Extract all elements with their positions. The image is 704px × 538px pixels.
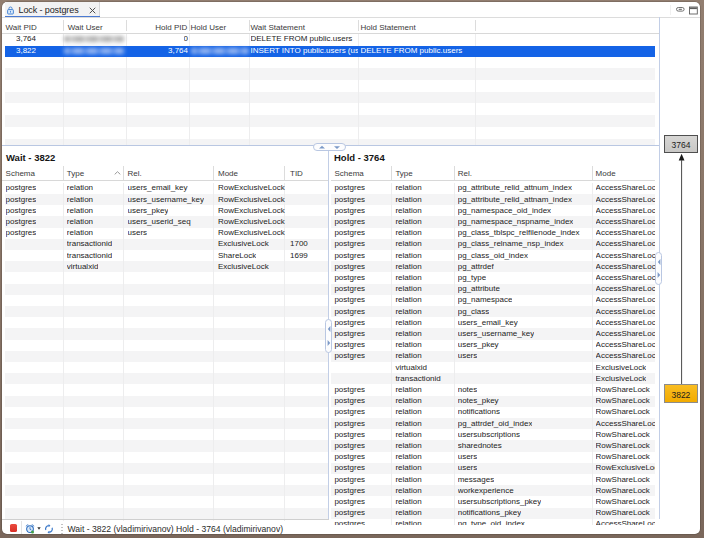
- minimize-view-icon[interactable]: [676, 7, 685, 12]
- redacted-user-blur: [191, 48, 249, 54]
- cell: 3,764: [168, 46, 188, 56]
- cell: transactionid: [67, 239, 112, 249]
- column-header-schema[interactable]: Schema: [334, 169, 363, 179]
- column-header-rel-[interactable]: Rel.: [458, 169, 472, 179]
- column-header-tid[interactable]: TID: [290, 169, 303, 179]
- cell: postgres: [334, 273, 365, 283]
- cell: users_email_key: [458, 318, 518, 328]
- column-header-type[interactable]: Type: [67, 169, 84, 179]
- cell: relation: [395, 519, 421, 525]
- table-row-stripe: [5, 306, 329, 317]
- wait-panel-title: Wait - 3822: [6, 152, 55, 163]
- cell: AccessShareLock: [596, 519, 656, 525]
- cell: postgres: [6, 183, 37, 193]
- cell: RowShareLock: [596, 508, 650, 518]
- table-row-stripe: [5, 485, 329, 496]
- cell: postgres: [334, 251, 365, 261]
- cell: postgres: [6, 228, 37, 238]
- cell: AccessShareLock: [596, 195, 656, 205]
- statusbar-drag-handle: [61, 524, 62, 534]
- stop-icon[interactable]: [10, 524, 17, 531]
- column-header-schema[interactable]: Schema: [6, 169, 35, 179]
- cell: notes_pkey: [458, 396, 499, 406]
- cell: transactionid: [67, 251, 112, 261]
- table-row-stripe: [5, 68, 656, 80]
- cell: postgres: [334, 396, 365, 406]
- cell: pg_type: [458, 273, 486, 283]
- column-header-wait-user[interactable]: Wait User: [68, 23, 103, 33]
- table-row-stripe: [5, 284, 329, 295]
- column-header-hold-pid[interactable]: Hold PID: [155, 23, 187, 33]
- wait-table-body: postgresrelationusers_email_keyRowExclus…: [5, 183, 329, 521]
- cell: pg_attribute_relid_attnam_index: [458, 195, 572, 205]
- cell: ShareLock: [218, 251, 256, 261]
- cell: relation: [395, 183, 421, 193]
- cell: relation: [67, 183, 93, 193]
- statusbar-text: Wait - 3822 (vladimirivanov) Hold - 3764…: [68, 524, 284, 534]
- cell: 3,764: [16, 34, 36, 44]
- cell: AccessShareLock: [596, 183, 656, 193]
- cell: postgres: [334, 206, 365, 216]
- cell: relation: [395, 463, 421, 473]
- tab-title: Lock - postgres: [19, 5, 79, 16]
- column-divider: [123, 183, 124, 521]
- bottom-sash-collapse-control[interactable]: [325, 319, 332, 353]
- cell: ExclusiveLock: [218, 262, 269, 272]
- cell: 3,822: [16, 46, 36, 56]
- header-divider: [454, 166, 455, 181]
- cell: RowShareLock: [596, 441, 650, 451]
- cell: postgres: [6, 206, 37, 216]
- cell: relation: [395, 351, 421, 361]
- column-header-mode[interactable]: Mode: [218, 169, 238, 179]
- cell: postgres: [334, 295, 365, 305]
- cell: relation: [395, 262, 421, 272]
- cell: pg_namespace: [458, 295, 513, 305]
- cell: postgres: [334, 351, 365, 361]
- column-divider: [454, 183, 455, 525]
- lock-table-body: 3,7640DELETE FROM public.users3,8223,764…: [5, 33, 656, 145]
- cell: RowShareLock: [596, 486, 650, 496]
- dropdown-caret-icon[interactable]: [37, 527, 41, 530]
- cell: AccessShareLock: [596, 228, 656, 238]
- table-row-stripe: [5, 115, 656, 127]
- column-header-hold-statement[interactable]: Hold Statement: [361, 23, 416, 33]
- cell: pg_attrdef_oid_index: [458, 419, 533, 429]
- cell: AccessShareLock: [596, 318, 656, 328]
- close-icon[interactable]: [89, 7, 96, 14]
- column-header-hold-user[interactable]: Hold User: [191, 23, 227, 33]
- header-divider: [63, 166, 64, 181]
- cell: notifications_pkey: [458, 508, 522, 518]
- column-divider: [63, 183, 64, 521]
- graph-sash-collapse-control[interactable]: [655, 252, 662, 285]
- cell: messages: [458, 475, 494, 485]
- table-row-stripe: [5, 440, 329, 451]
- column-header-wait-statement[interactable]: Wait Statement: [251, 23, 305, 33]
- maximize-view-icon[interactable]: [689, 6, 698, 15]
- cell: RowShareLock: [596, 430, 650, 440]
- cell: RowExclusiveLock: [218, 195, 285, 205]
- cell: users_email_key: [128, 183, 188, 193]
- cell: relation: [395, 329, 421, 339]
- column-header-type[interactable]: Type: [395, 169, 412, 179]
- hold-table-body: postgresrelationpg_attribute_relid_attnu…: [331, 183, 656, 525]
- cell: pg_class: [458, 307, 490, 317]
- cell: users: [128, 228, 148, 238]
- auto-refresh-clock-icon[interactable]: [25, 524, 35, 534]
- column-header-wait-pid[interactable]: Wait PID: [6, 23, 37, 33]
- column-header-mode[interactable]: Mode: [596, 169, 616, 179]
- column-header-rel-[interactable]: Rel.: [128, 169, 142, 179]
- cell: RowExclusiveLock: [218, 206, 285, 216]
- cell: users_pkey: [458, 340, 499, 350]
- cell: relation: [395, 497, 421, 507]
- cell: relation: [67, 206, 93, 216]
- cell: notifications: [458, 407, 500, 417]
- collapse-left-icon: [328, 326, 331, 332]
- cell: DELETE FROM public.users: [361, 46, 475, 56]
- refresh-icon[interactable]: [44, 524, 54, 533]
- graph-node-hold[interactable]: 3764: [664, 135, 698, 153]
- cell: relation: [67, 195, 93, 205]
- splitter-collapse-control[interactable]: [313, 143, 346, 152]
- cell: postgres: [334, 307, 365, 317]
- graph-node-wait[interactable]: 3822: [664, 384, 698, 403]
- cell: relation: [395, 396, 421, 406]
